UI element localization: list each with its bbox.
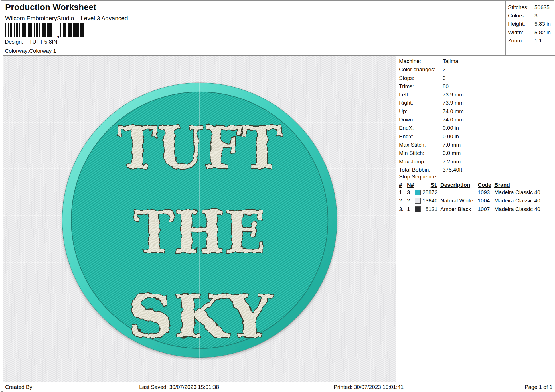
machine-info-row: Right: 73.9 mm	[396, 99, 555, 107]
summary-row: Colors: 3	[506, 11, 555, 20]
footer: Created By: Last Saved: 30/07/2023 15:01…	[3, 382, 555, 392]
printed-timestamp: Printed: 30/07/2023 15:01:41	[334, 384, 404, 390]
summary-label: Stitches:	[508, 4, 529, 11]
col-number: #	[399, 182, 402, 188]
colorway-value: Colorway 1	[29, 48, 56, 54]
machine-info-label: Machine:	[399, 58, 421, 64]
design-value: TUFT 5,8IN	[29, 39, 57, 45]
machine-info-label: Max Jump:	[399, 159, 426, 165]
stop-number: 3.	[399, 206, 404, 212]
stop-sequence-title: Stop Sequence:	[399, 174, 437, 180]
needle-number: 2	[407, 198, 410, 204]
summary-value: 5.83 in	[534, 21, 551, 27]
design-summary-box: Stitches: 50635 Colors: 3 Height: 5.83 i…	[505, 1, 555, 55]
machine-info-label: Right:	[399, 100, 413, 106]
summary-row: Height: 5.83 in	[506, 20, 555, 28]
machine-info-row: EndX: 0.00 in	[396, 124, 555, 132]
machine-info-row: Total Bobbin: 375.40ft	[396, 166, 555, 174]
thread-row: 3. 1 8121 Amber Black 1007 Madeira Class…	[396, 205, 555, 214]
machine-info-value: 3	[443, 75, 446, 81]
machine-info-label: Trims:	[399, 83, 414, 90]
stitch-count: 8121	[419, 206, 437, 212]
machine-info-value: 0.00 in	[443, 125, 459, 131]
needle-number: 3	[407, 189, 410, 196]
machine-info-row: Trims: 80	[396, 82, 555, 90]
panel-divider	[396, 172, 555, 172]
machine-info-value: 2	[443, 66, 446, 73]
machine-info-row: Max Stitch: 7.0 mm	[396, 141, 555, 149]
col-needle: N#	[407, 182, 414, 188]
machine-info-label: EndY:	[399, 133, 414, 140]
machine-info-row: Stops: 3	[396, 74, 555, 82]
machine-info-row: Up: 74.0 mm	[396, 107, 555, 115]
summary-row: Zoom: 1:1	[506, 36, 555, 45]
stop-sequence-table: 1. 3 28872 1093 Madeira Classic 40 2. 2 …	[396, 188, 555, 214]
machine-info-label: EndX:	[399, 125, 414, 131]
colorway-label: Colorway:	[5, 48, 29, 54]
machine-info-row: Max Jump: 7.2 mm	[396, 157, 555, 166]
machine-info-value: 73.9 mm	[443, 92, 464, 98]
needle-number: 1	[407, 206, 410, 212]
stitch-count: 13640	[419, 198, 437, 204]
machine-info-panel: Machine: Tajima Color changes: 2 Stops: …	[396, 56, 555, 382]
summary-value: 5.82 in	[534, 29, 551, 36]
machine-info-label: Stops:	[399, 75, 414, 81]
thread-code: 1007	[478, 206, 490, 212]
machine-info-value: 7.2 mm	[443, 159, 461, 165]
machine-info-rows: Machine: Tajima Color changes: 2 Stops: …	[396, 57, 555, 174]
machine-info-label: Max Stitch:	[399, 142, 426, 148]
page-indicator: Page 1 of 1	[525, 384, 552, 390]
embroidery-preview-area: TUFT THE SKY	[3, 56, 396, 382]
thread-code: 1093	[478, 189, 490, 196]
col-code: Code	[478, 182, 491, 188]
thread-description: Natural White	[440, 198, 473, 204]
machine-info-value: 0.00 in	[443, 133, 459, 140]
created-by-label: Created By:	[5, 384, 34, 390]
summary-row: Width: 5.82 in	[506, 28, 555, 36]
machine-info-value: 74.0 mm	[443, 117, 464, 123]
col-stitches: St.	[419, 182, 437, 188]
machine-info-value: 73.9 mm	[443, 100, 464, 106]
barcode: ,	[5, 23, 84, 38]
summary-label: Height:	[508, 21, 525, 27]
fabric-center-seam	[199, 56, 200, 382]
page-title: Production Worksheet	[5, 2, 96, 12]
col-brand: Brand	[494, 182, 510, 188]
machine-info-value: 7.0 mm	[443, 142, 461, 148]
thread-description: Amber Black	[440, 206, 471, 212]
stitch-count: 28872	[419, 189, 437, 196]
stop-sequence-header: # N# St. Description Code Brand	[396, 181, 555, 189]
worksheet-page: Production Worksheet Wilcom EmbroiderySt…	[1, 0, 554, 392]
summary-row: Stitches: 50635	[506, 3, 555, 11]
machine-info-row: EndY: 0.00 in	[396, 132, 555, 141]
machine-info-value: 0.0 mm	[443, 150, 461, 156]
barcode-separator: ,	[57, 29, 59, 38]
thread-brand: Madeira Classic 40	[494, 198, 540, 204]
machine-info-row: Color changes: 2	[396, 65, 555, 74]
thread-brand: Madeira Classic 40	[494, 189, 540, 196]
machine-info-row: Machine: Tajima	[396, 57, 555, 65]
patch-word-sky: SKY	[128, 282, 273, 351]
thread-row: 1. 3 28872 1093 Madeira Classic 40	[396, 188, 555, 197]
software-edition: Wilcom EmbroideryStudio – Level 3 Advanc…	[5, 15, 128, 22]
design-label: Design:	[5, 39, 23, 45]
thread-row: 2. 2 13640 Natural White 1004 Madeira Cl…	[396, 197, 555, 205]
thread-code: 1004	[478, 198, 490, 204]
machine-info-row: Down: 74.0 mm	[396, 115, 555, 124]
summary-label: Colors:	[508, 13, 525, 19]
machine-info-label: Down:	[399, 117, 414, 123]
summary-label: Width:	[508, 29, 523, 36]
summary-value: 3	[534, 13, 538, 19]
summary-label: Zoom:	[508, 38, 523, 44]
machine-info-row: Left: 73.9 mm	[396, 90, 555, 99]
thread-brand: Madeira Classic 40	[494, 206, 540, 212]
summary-value: 50635	[534, 4, 550, 11]
col-description: Description	[440, 182, 470, 188]
summary-rows: Stitches: 50635 Colors: 3 Height: 5.83 i…	[506, 3, 555, 45]
last-saved-timestamp: Last Saved: 30/07/2023 15:01:38	[139, 384, 219, 390]
machine-info-value: 74.0 mm	[443, 108, 464, 115]
summary-value: 1:1	[534, 38, 542, 44]
machine-info-label: Left:	[399, 92, 410, 98]
machine-info-value: Tajima	[443, 58, 458, 64]
machine-info-label: Color changes:	[399, 66, 436, 73]
